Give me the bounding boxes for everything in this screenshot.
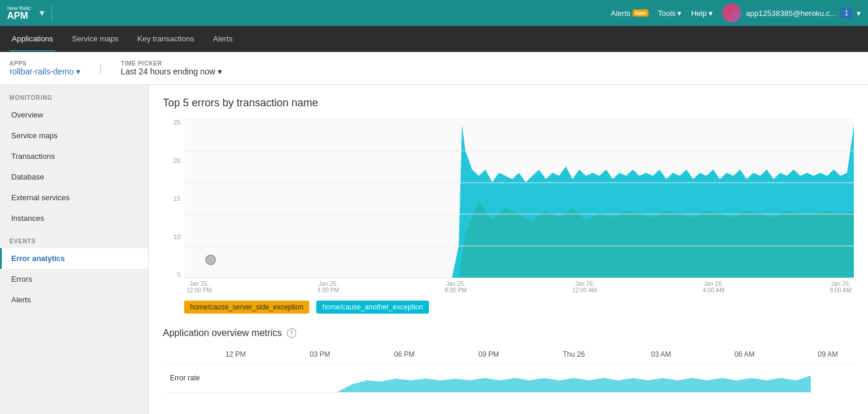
timepicker-context[interactable]: TIME PICKER Last 24 hours ending now ▾: [121, 60, 222, 76]
timepicker-chevron-icon: ▾: [218, 67, 222, 76]
sidebar-item-alerts[interactable]: Alerts: [0, 289, 148, 310]
error-rate-sparkline: [218, 364, 811, 393]
col-03am: 03 AM: [644, 345, 727, 364]
tools-chevron-icon: ▾: [677, 9, 682, 18]
col-03pm: 03 PM: [303, 345, 387, 364]
nav-right: Alerts New Tools ▾ Help ▾ app12538385@he…: [611, 4, 861, 22]
help-label: Help: [691, 9, 707, 18]
col-thu26: Thu 26: [556, 345, 644, 364]
help-chevron-icon: ▾: [709, 9, 713, 18]
user-chevron-icon: ▾: [857, 9, 861, 18]
legend-teal[interactable]: home/cause_another_exception: [316, 301, 429, 314]
xaxis-label-1: Jan 25,4:00 PM: [317, 281, 339, 294]
nav-alerts[interactable]: Alerts: [211, 27, 235, 51]
col-09pm: 09 PM: [471, 345, 556, 364]
nav-key-transactions[interactable]: Key transactions: [135, 27, 196, 51]
col-09am: 09 AM: [811, 345, 854, 364]
chart-area: 25 20 15 10 5: [163, 119, 854, 296]
nav-applications[interactable]: Applications: [9, 27, 55, 51]
monitoring-section-label: MONITORING: [0, 85, 148, 105]
alerts-label: Alerts: [611, 9, 630, 18]
grid-line-10: [184, 214, 854, 214]
yaxis-15: 15: [173, 195, 181, 202]
sidebar: MONITORING Overview Service maps Transac…: [0, 85, 149, 414]
legend-gold[interactable]: home/cause_server_side_exception: [184, 301, 309, 314]
grid-line-25: [184, 119, 854, 119]
secondary-navbar: Applications Service maps Key transactio…: [0, 26, 868, 52]
sidebar-item-error-analytics[interactable]: Error analytics: [0, 248, 148, 269]
timepicker-label: TIME PICKER: [121, 60, 222, 67]
sidebar-item-overview[interactable]: Overview: [0, 105, 148, 125]
nav-service-maps[interactable]: Service maps: [70, 27, 121, 51]
chart-yaxis: 25 20 15 10 5: [163, 119, 184, 278]
events-section-label: EVENTS: [0, 229, 148, 248]
xaxis-label-2: Jan 25,8:00 PM: [445, 281, 467, 294]
help-nav[interactable]: Help ▾: [691, 9, 713, 18]
main-content: Top 5 errors by transaction name 25 20 1…: [149, 85, 868, 414]
chart-plot: [184, 119, 854, 278]
brand-sub: APM: [7, 11, 31, 21]
metrics-table: 12 PM 03 PM 06 PM 09 PM Thu 26 03 AM 06 …: [163, 345, 854, 393]
brand-chevron-icon[interactable]: ▾: [40, 8, 44, 18]
col-06am: 06 AM: [728, 345, 811, 364]
teal-area: [184, 125, 854, 278]
logo-text: New Relic APM: [7, 6, 31, 21]
chart-title: Top 5 errors by transaction name: [163, 97, 854, 109]
xaxis-label-5: Jan 26,8:00 AM: [830, 281, 851, 294]
chart-svg: [184, 119, 854, 278]
chart-toggle[interactable]: [205, 255, 216, 265]
col-12pm: 12 PM: [218, 345, 303, 364]
apps-context[interactable]: APPS rollbar-rails-demo ▾: [9, 60, 80, 76]
sidebar-item-instances[interactable]: Instances: [0, 208, 148, 229]
yaxis-25: 25: [173, 119, 181, 126]
legend-gold-label: home/cause_server_side_exception: [190, 303, 303, 311]
nav-left: New Relic APM ▾: [7, 6, 52, 21]
user-area[interactable]: app12538385@heroku.c... 1 ▾: [722, 4, 861, 22]
grid-line-5: [184, 246, 854, 246]
chart-xaxis: Jan 25,12:00 PM Jan 25,4:00 PM Jan 25,8:…: [184, 278, 854, 296]
sidebar-item-database[interactable]: Database: [0, 167, 148, 187]
yaxis-20: 20: [173, 157, 181, 164]
user-email: app12538385@heroku.c...: [746, 9, 836, 18]
sidebar-item-service-maps[interactable]: Service maps: [0, 125, 148, 146]
toggle-dot-icon: [205, 255, 216, 265]
xaxis-label-4: Jan 26,4:00 AM: [703, 281, 725, 294]
overview-section-title: Application overview metrics ?: [163, 328, 854, 338]
logo-area[interactable]: New Relic APM ▾: [7, 6, 52, 21]
apps-label: APPS: [9, 60, 80, 67]
sidebar-item-errors[interactable]: Errors: [0, 269, 148, 289]
main-layout: MONITORING Overview Service maps Transac…: [0, 85, 868, 414]
sidebar-item-transactions[interactable]: Transactions: [0, 146, 148, 167]
yaxis-10: 10: [173, 233, 181, 240]
top-navbar: New Relic APM ▾ Alerts New Tools ▾ Help …: [0, 0, 868, 26]
sparkline-polygon: [218, 376, 811, 392]
yaxis-5: 5: [177, 271, 181, 278]
col-06pm: 06 PM: [387, 345, 471, 364]
xaxis-label-3: Jan 26,12:00 AM: [572, 281, 597, 294]
col-metric: [163, 345, 218, 364]
app-chevron-icon: ▾: [76, 67, 80, 76]
tools-nav[interactable]: Tools ▾: [658, 9, 682, 18]
chart-legend: home/cause_server_side_exception home/ca…: [163, 301, 854, 314]
grid-line-20: [184, 151, 854, 151]
error-rate-label: Error rate: [163, 364, 218, 393]
xaxis-label-0: Jan 25,12:00 PM: [186, 281, 212, 294]
user-count-badge: 1: [841, 8, 852, 18]
info-icon[interactable]: ?: [287, 328, 296, 338]
legend-teal-label: home/cause_another_exception: [322, 303, 423, 311]
alerts-nav[interactable]: Alerts New: [611, 9, 648, 18]
context-bar: APPS rollbar-rails-demo ▾ | TIME PICKER …: [0, 52, 868, 85]
grid-line-15: [184, 182, 854, 183]
sparkline-svg: [218, 364, 811, 392]
sidebar-item-external-services[interactable]: External services: [0, 187, 148, 208]
timepicker-value: Last 24 hours ending now ▾: [121, 67, 222, 76]
alerts-badge: New: [633, 9, 648, 17]
top-errors-chart: 25 20 15 10 5: [163, 119, 854, 296]
tools-label: Tools: [658, 9, 676, 18]
table-row: Error rate: [163, 364, 854, 393]
app-name: rollbar-rails-demo ▾: [9, 67, 80, 76]
avatar: [722, 4, 741, 22]
context-divider: |: [99, 62, 102, 74]
